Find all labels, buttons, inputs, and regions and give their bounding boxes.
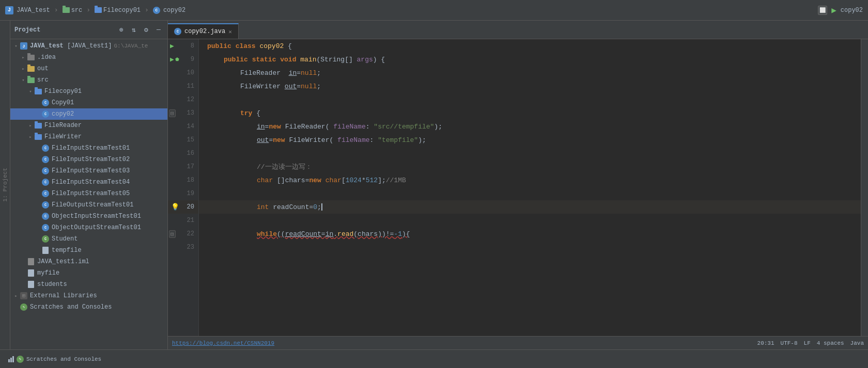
fis03-icon: C xyxy=(41,167,50,175)
gutter-line-17: 17 xyxy=(168,160,198,173)
tree-label-oos01: ObjectOutputStreamTest01 xyxy=(52,224,141,231)
tree-item-fis05[interactable]: C FileInputStreamTest05 xyxy=(10,188,167,199)
iml-icon xyxy=(27,258,35,266)
src-folder-icon xyxy=(63,7,70,13)
tree-item-java-test[interactable]: J JAVA_test [JAVA_test1] G:\JAVA_te xyxy=(10,40,167,52)
tree-arrow-idea xyxy=(20,54,27,61)
run-gutter-icon-8[interactable]: ▶ xyxy=(170,42,174,50)
panel-close-btn[interactable]: — xyxy=(154,25,163,35)
tree-item-tempfile[interactable]: tempfile xyxy=(10,245,167,256)
tree-item-oos01[interactable]: C ObjectOutputStreamTest01 xyxy=(10,222,167,233)
tree-path-java-test: G:\JAVA_te xyxy=(114,43,148,49)
tree-item-fis01[interactable]: C FileInputStreamTest01 xyxy=(10,142,167,154)
tree-arrow-ext-libs xyxy=(12,292,20,299)
tree-arrow-filereader xyxy=(27,122,34,129)
copy02-java-icon: C xyxy=(41,110,50,118)
run-gutter-icon-9[interactable]: ▶ xyxy=(170,55,174,63)
code-line-8: public class copy02 { xyxy=(199,39,861,53)
code-text-17: //一边读一边写： xyxy=(207,162,312,171)
fis04-icon: C xyxy=(41,178,50,186)
tree-arrow-tempfile xyxy=(34,247,41,254)
breadcrumb-file-label: copy02 xyxy=(163,7,185,14)
tree-item-copy01[interactable]: C Copy01 xyxy=(10,97,167,108)
out-folder-icon xyxy=(27,65,35,73)
gutter: ▶ 8 ▶ ⬟ 9 10 11 12 ⊟ xyxy=(168,39,199,336)
status-indent[interactable]: 4 spaces xyxy=(817,340,844,346)
tree-item-scratches[interactable]: ✎ Scratches and Consoles xyxy=(10,301,167,313)
bar-chart-icon xyxy=(8,356,14,362)
breadcrumb-sep2: › xyxy=(86,6,90,14)
tree-label-fis05: FileInputStreamTest05 xyxy=(52,190,130,197)
gutter-line-8: ▶ 8 xyxy=(168,39,198,53)
tree-item-src[interactable]: src xyxy=(10,74,167,86)
panel-title: Project xyxy=(14,26,114,34)
scratches-bottom-label: Scratches and Consoles xyxy=(26,356,101,362)
tree-arrow-filecopy01 xyxy=(27,88,34,95)
tree-item-student[interactable]: C Student xyxy=(10,233,167,245)
line-num-18: 18 xyxy=(187,177,194,184)
code-line-22: while((readCount=in.read(chars))!=-1){ xyxy=(199,227,861,241)
tree-item-students[interactable]: students xyxy=(10,279,167,290)
tree-item-fis04[interactable]: C FileInputStreamTest04 xyxy=(10,177,167,188)
tree-item-copy02[interactable]: C copy02 xyxy=(10,108,167,120)
tree-item-myfile[interactable]: myfile xyxy=(10,267,167,279)
tree-item-fos01[interactable]: C FileOutputStreamTest01 xyxy=(10,199,167,211)
tree-label-fis01: FileInputStreamTest01 xyxy=(52,145,130,152)
code-line-21 xyxy=(199,214,861,227)
bottom-item-scratches[interactable]: ✎ Scratches and Consoles xyxy=(4,354,105,365)
line-num-15: 15 xyxy=(187,136,194,143)
file-tree: J JAVA_test [JAVA_test1] G:\JAVA_te .ide… xyxy=(10,39,167,349)
ext-libs-icon: ⊞ xyxy=(20,292,28,300)
src-folder-icon xyxy=(27,76,35,84)
line-num-21: 21 xyxy=(187,217,194,224)
window-restore-btn[interactable]: ⬜ xyxy=(818,6,827,15)
status-encoding[interactable]: UTF-8 xyxy=(781,340,798,346)
scratches-bottom-icon: ✎ xyxy=(17,356,24,363)
tree-label-students: students xyxy=(37,281,67,288)
tree-item-iml[interactable]: JAVA_test1.iml xyxy=(10,256,167,267)
panel-locate-btn[interactable]: ⊕ xyxy=(117,25,126,35)
tree-item-ois01[interactable]: C ObjectInputStreamtTest01 xyxy=(10,211,167,222)
run-icon[interactable]: ▶ xyxy=(831,5,836,15)
myfile-icon xyxy=(27,269,35,277)
line-num-16: 16 xyxy=(187,150,194,157)
status-line-sep[interactable]: LF xyxy=(804,340,811,346)
fold-icon-13[interactable]: ⊟ xyxy=(169,109,176,117)
tree-item-ext-libs[interactable]: ⊞ External Libraries xyxy=(10,290,167,301)
tree-item-filewriter[interactable]: FileWriter xyxy=(10,131,167,142)
fold-icon-22[interactable]: ⊟ xyxy=(169,230,176,238)
tab-close-copy02[interactable]: ✕ xyxy=(228,28,232,35)
panel-settings-btn[interactable]: ⚙ xyxy=(142,25,151,35)
code-text-20: int readCount=0; xyxy=(207,203,322,211)
code-line-14: in=new FileReader( fileName: "src//tempf… xyxy=(199,120,861,133)
line-num-12: 12 xyxy=(187,96,194,103)
gutter-line-11: 11 xyxy=(168,79,198,93)
tree-label-src: src xyxy=(37,76,49,84)
project-name: JAVA_test xyxy=(17,7,50,14)
code-line-15: out=new FileWriter( fileName: "tempfile"… xyxy=(199,133,861,147)
tree-item-filereader[interactable]: FileReader xyxy=(10,120,167,131)
code-content[interactable]: public class copy02 { public static void… xyxy=(199,39,861,336)
tree-item-fis03[interactable]: C FileInputStreamTest03 xyxy=(10,165,167,177)
breadcrumb-filecopy-label: Filecopy01 xyxy=(103,7,141,14)
tree-arrow-fis04 xyxy=(34,179,41,186)
gutter-line-13: ⊟ 13 xyxy=(168,106,198,120)
tree-arrow-ois01 xyxy=(34,213,41,220)
status-link[interactable]: https://blog.csdn.net/CSNN2019 xyxy=(172,340,274,346)
tab-copy02[interactable]: C copy02.java ✕ xyxy=(168,23,239,39)
tree-item-idea[interactable]: .idea xyxy=(10,52,167,63)
status-lang[interactable]: Java xyxy=(850,340,864,346)
tree-arrow-students xyxy=(20,281,27,288)
java-project-icon: J xyxy=(5,6,13,14)
tree-item-out[interactable]: out xyxy=(10,63,167,74)
tree-arrow-java-test xyxy=(12,42,20,50)
bar1 xyxy=(8,359,10,362)
panel-collapse-btn[interactable]: ⇅ xyxy=(129,25,138,35)
bottom-panel: ✎ Scratches and Consoles xyxy=(0,349,868,368)
code-text-8: public class copy02 { xyxy=(207,42,292,50)
status-bar: https://blog.csdn.net/CSNN2019 20:31 UTF… xyxy=(168,336,868,349)
tree-item-filecopy01[interactable]: Filecopy01 xyxy=(10,86,167,97)
tree-item-fis02[interactable]: C FileInputStreamTest02 xyxy=(10,154,167,165)
scrollbar-right[interactable] xyxy=(861,39,868,336)
line-num-17: 17 xyxy=(187,163,194,170)
